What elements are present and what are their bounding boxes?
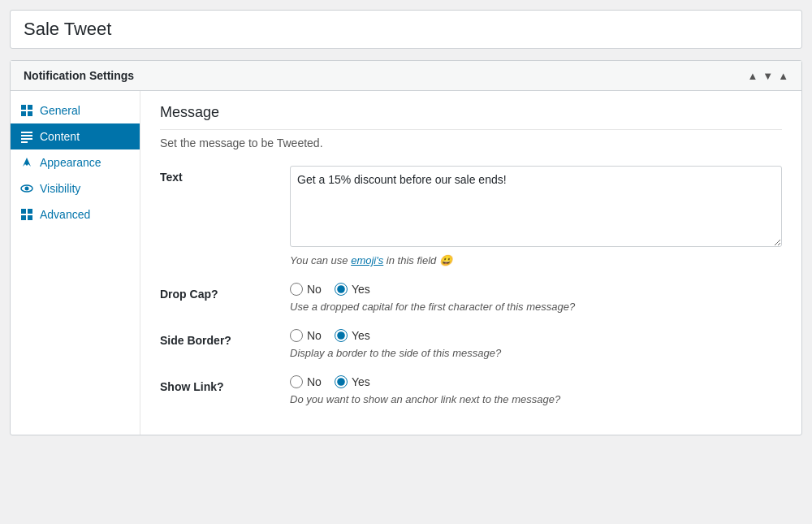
main-content: Message Set the message to be Tweeted. T… [140,91,801,435]
sidebar-item-advanced-label: Advanced [40,208,90,221]
sidebar-item-content[interactable]: Content [11,123,140,149]
emoji-hint-prefix: You can use [290,254,351,266]
show-link-yes-option[interactable]: Yes [335,375,370,388]
text-field-row: Text Get a 15% discount before our sale … [160,166,782,266]
drop-cap-control-wrap: No Yes Use a dropped capital for the fir… [290,283,782,313]
sidebar: General Content [11,91,140,435]
panel-header-controls: ▲ ▼ ▲ [747,70,788,82]
svg-rect-10 [21,209,26,214]
panel-header-title: Notification Settings [24,69,134,82]
panel-down-button[interactable]: ▼ [762,70,773,82]
drop-cap-no-option[interactable]: No [290,283,322,296]
drop-cap-label: Drop Cap? [160,283,290,301]
sidebar-item-appearance[interactable]: Appearance [11,149,140,175]
sidebar-item-general[interactable]: General [11,97,140,123]
drop-cap-yes-radio[interactable] [335,283,348,296]
section-title: Message [160,104,782,130]
text-label: Text [160,166,290,184]
svg-point-9 [25,187,29,191]
svg-rect-5 [21,135,32,136]
emoji-hint-suffix: in this field 😀 [383,254,452,266]
panel-header: Notification Settings ▲ ▼ ▲ [11,61,801,91]
show-link-no-label: No [307,375,322,388]
content-icon [20,130,33,143]
drop-cap-radio-group: No Yes [290,283,782,296]
appearance-icon [20,156,33,169]
text-control-wrap: Get a 15% discount before our sale ends!… [290,166,782,266]
side-border-no-radio[interactable] [290,329,303,342]
panel-body: General Content [11,91,801,435]
svg-rect-1 [28,105,32,110]
drop-cap-yes-option[interactable]: Yes [335,283,370,296]
show-link-row: Show Link? No Yes Do you [160,375,782,405]
sidebar-item-content-label: Content [40,130,80,143]
section-subtitle: Set the message to be Tweeted. [160,136,782,149]
side-border-control-wrap: No Yes Display a border to the side of t… [290,329,782,359]
sidebar-item-visibility-label: Visibility [40,182,80,195]
show-link-no-radio[interactable] [290,375,303,388]
panel-up-button[interactable]: ▲ [747,70,758,82]
sidebar-item-general-label: General [40,104,80,117]
panel-collapse-button[interactable]: ▲ [778,70,788,82]
drop-cap-row: Drop Cap? No Yes Use a dr [160,283,782,313]
side-border-label: Side Border? [160,329,290,347]
show-link-control-wrap: No Yes Do you want to show an anchor lin… [290,375,782,405]
notification-panel: Notification Settings ▲ ▼ ▲ [10,60,802,435]
sidebar-item-visibility[interactable]: Visibility [11,175,140,201]
svg-rect-3 [28,111,32,116]
show-link-yes-radio[interactable] [335,375,348,388]
side-border-yes-option[interactable]: Yes [335,329,370,342]
sidebar-item-advanced[interactable]: Advanced [11,201,140,227]
drop-cap-description: Use a dropped capital for the first char… [290,301,782,313]
general-icon [20,104,33,117]
side-border-yes-label: Yes [352,329,370,342]
svg-rect-7 [21,141,28,143]
text-textarea[interactable]: Get a 15% discount before our sale ends! [290,166,782,247]
page-title-box: Sale Tweet [10,10,802,49]
show-link-label: Show Link? [160,375,290,393]
drop-cap-yes-label: Yes [352,283,370,296]
svg-rect-4 [21,132,32,133]
drop-cap-no-label: No [307,283,322,296]
svg-rect-13 [28,215,32,220]
show-link-yes-label: Yes [352,375,370,388]
advanced-icon [20,208,33,221]
page-title: Sale Tweet [24,19,788,40]
svg-rect-11 [28,209,32,214]
show-link-description: Do you want to show an anchor link next … [290,393,782,405]
show-link-radio-group: No Yes [290,375,782,388]
sidebar-item-appearance-label: Appearance [40,156,102,169]
drop-cap-no-radio[interactable] [290,283,303,296]
svg-rect-2 [21,111,26,116]
svg-rect-12 [21,215,26,220]
show-link-no-option[interactable]: No [290,375,322,388]
side-border-no-label: No [307,329,322,342]
emoji-link[interactable]: emoji's [351,254,383,266]
side-border-row: Side Border? No Yes Displ [160,329,782,359]
visibility-icon [20,182,33,195]
side-border-description: Display a border to the side of this mes… [290,347,782,359]
side-border-yes-radio[interactable] [335,329,348,342]
side-border-no-option[interactable]: No [290,329,322,342]
side-border-radio-group: No Yes [290,329,782,342]
svg-rect-6 [21,138,32,140]
svg-rect-0 [21,105,26,110]
emoji-hint: You can use emoji's in this field 😀 [290,254,782,266]
